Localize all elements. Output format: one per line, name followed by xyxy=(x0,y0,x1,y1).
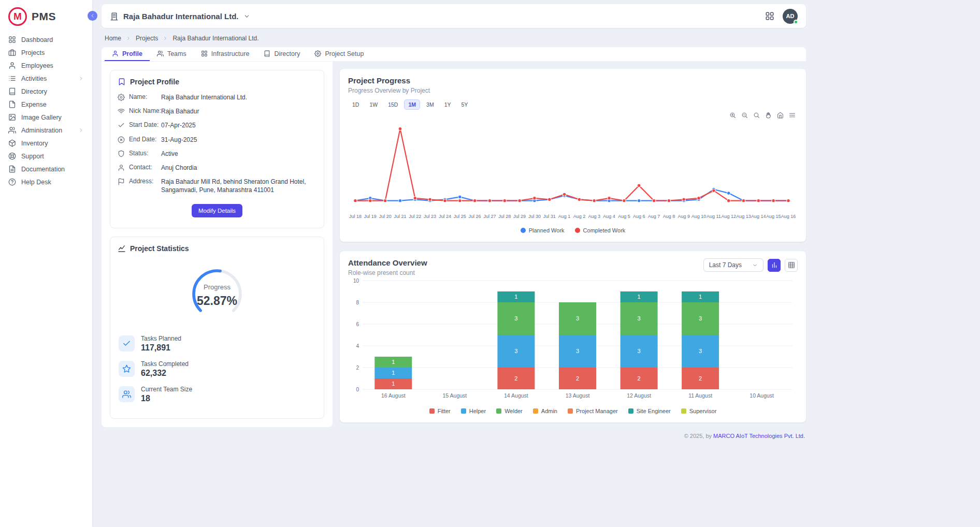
breadcrumb-projects[interactable]: Projects xyxy=(136,35,158,42)
footer-company-link[interactable]: MARCO AIoT Technologies Pvt. Ltd. xyxy=(713,433,805,439)
sidebar-item-image-gallery[interactable]: Image Gallery xyxy=(0,111,92,124)
field-label: Status: xyxy=(129,150,161,157)
range-3m[interactable]: 3M xyxy=(422,99,438,110)
sidebar-item-dashboard[interactable]: Dashboard xyxy=(0,33,92,46)
svg-text:3: 3 xyxy=(638,315,641,321)
chevron-right-icon xyxy=(78,127,84,133)
attendance-chart[interactable]: 024681011116 August15 August233114 Augus… xyxy=(348,276,798,406)
legend-item[interactable]: Helper xyxy=(461,408,486,414)
stat-value: 18 xyxy=(141,394,192,403)
range-1m[interactable]: 1M xyxy=(404,99,420,110)
svg-text:2: 2 xyxy=(638,375,641,382)
expense-icon xyxy=(8,100,16,108)
svg-text:15 August: 15 August xyxy=(443,392,467,399)
line-chart-legend: Planned WorkCompleted Work xyxy=(348,225,798,237)
legend-item[interactable]: Welder xyxy=(496,408,523,414)
svg-text:13 August: 13 August xyxy=(566,392,590,399)
stat-value: 117,891 xyxy=(141,343,181,353)
svg-text:Jul 27: Jul 27 xyxy=(483,214,496,219)
field-value: Raja Bahadur xyxy=(161,107,316,115)
chevron-left-icon xyxy=(90,13,95,19)
tab-project-setup[interactable]: Project Setup xyxy=(307,47,371,61)
logo[interactable]: M PMS xyxy=(0,5,92,33)
attendance-range-select[interactable]: Last 7 Days xyxy=(703,258,763,272)
svg-text:Jul 25: Jul 25 xyxy=(454,214,466,219)
chevron-down-icon xyxy=(243,13,250,20)
svg-text:Aug 6: Aug 6 xyxy=(633,214,645,219)
svg-text:3: 3 xyxy=(576,315,579,321)
sidebar-item-administration[interactable]: Administration xyxy=(0,124,92,137)
sidebar-item-label: Directory xyxy=(21,88,47,95)
field-nick-name: Nick Name: Raja Bahadur xyxy=(118,107,316,115)
range-15d[interactable]: 15D xyxy=(384,99,402,110)
legend-item[interactable]: Admin xyxy=(533,408,557,414)
tab-directory[interactable]: Directory xyxy=(256,47,307,61)
legend-item[interactable]: Site Engineer xyxy=(628,408,671,414)
sidebar-item-inventory[interactable]: Inventory xyxy=(0,137,92,150)
field-value: Anuj Chordia xyxy=(161,164,316,172)
sidebar-item-label: Dashboard xyxy=(21,36,53,43)
field-label: End Date: xyxy=(129,136,161,143)
check-icon xyxy=(118,122,125,129)
app-root: M PMS Dashboard Projects Employees Activ… xyxy=(0,0,980,527)
image-gallery-icon xyxy=(8,113,16,121)
apps-menu-icon[interactable] xyxy=(765,11,774,21)
teams-tab-icon xyxy=(157,50,164,57)
sidebar-item-expense[interactable]: Expense xyxy=(0,98,92,111)
gauge-value: 52.87% xyxy=(197,294,237,308)
svg-text:3: 3 xyxy=(699,348,702,354)
tab-teams[interactable]: Teams xyxy=(150,47,194,61)
table-icon xyxy=(788,261,795,269)
breadcrumb-home[interactable]: Home xyxy=(105,35,121,42)
zoom-out-icon[interactable] xyxy=(741,112,748,119)
legend-item[interactable]: Completed Work xyxy=(575,227,626,233)
legend-item[interactable]: Planned Work xyxy=(521,227,565,233)
legend-item[interactable]: Fitter xyxy=(429,408,451,414)
sidebar-item-employees[interactable]: Employees xyxy=(0,59,92,72)
company-selector[interactable]: Raja Bahadur International Ltd. xyxy=(110,12,250,21)
pan-icon[interactable] xyxy=(765,112,772,119)
range-1w[interactable]: 1W xyxy=(365,99,382,110)
card-title: Project Profile xyxy=(130,78,179,86)
sidebar-item-support[interactable]: Support xyxy=(0,150,92,163)
sidebar-item-help-desk[interactable]: Help Desk xyxy=(0,175,92,188)
sidebar-collapse-button[interactable] xyxy=(88,11,97,21)
svg-text:8: 8 xyxy=(356,300,359,305)
svg-text:12 August: 12 August xyxy=(627,392,651,399)
tab-profile[interactable]: Profile xyxy=(105,47,150,61)
modify-details-button[interactable]: Modify Details xyxy=(192,204,242,217)
svg-text:3: 3 xyxy=(514,348,517,354)
broadcast-icon xyxy=(118,108,125,115)
star-icon xyxy=(119,361,135,377)
chart-menu-icon[interactable] xyxy=(789,112,796,119)
building-icon xyxy=(110,12,119,21)
profile-tab-icon xyxy=(112,50,119,57)
svg-text:10 August: 10 August xyxy=(750,392,774,399)
sidebar-item-directory[interactable]: Directory xyxy=(0,85,92,98)
svg-text:Aug 9: Aug 9 xyxy=(678,214,690,219)
svg-text:Aug 10: Aug 10 xyxy=(691,214,707,219)
sidebar-item-label: Projects xyxy=(21,49,45,56)
legend-item[interactable]: Supervisor xyxy=(681,408,717,414)
legend-item[interactable]: Project Manager xyxy=(568,408,618,414)
table-view-toggle[interactable] xyxy=(785,259,798,272)
field-name: Name: Raja Bahadur International Ltd. xyxy=(118,93,316,101)
field-start-date: Start Date: 07-Apr-2025 xyxy=(118,121,316,129)
range-1d[interactable]: 1D xyxy=(348,99,363,110)
project-progress-chart[interactable]: Jul 18Jul 19Jul 20Jul 21Jul 22Jul 23Jul … xyxy=(348,120,798,225)
zoom-in-icon[interactable] xyxy=(729,112,736,119)
svg-text:3: 3 xyxy=(638,348,641,354)
sidebar-item-activities[interactable]: Activities xyxy=(0,72,92,85)
administration-icon xyxy=(8,126,16,134)
svg-text:16 August: 16 August xyxy=(381,392,406,399)
sidebar-item-projects[interactable]: Projects xyxy=(0,46,92,59)
reset-zoom-icon[interactable] xyxy=(777,112,784,119)
range-5y[interactable]: 5Y xyxy=(457,99,472,110)
sidebar-item-documentation[interactable]: Documentation xyxy=(0,163,92,175)
chart-view-toggle[interactable] xyxy=(768,259,781,272)
selection-zoom-icon[interactable] xyxy=(753,112,760,119)
range-1y[interactable]: 1Y xyxy=(440,99,455,110)
user-avatar[interactable]: AD xyxy=(783,9,798,24)
svg-text:14 August: 14 August xyxy=(504,392,528,399)
tab-infrastructure[interactable]: Infrastructure xyxy=(194,47,257,61)
